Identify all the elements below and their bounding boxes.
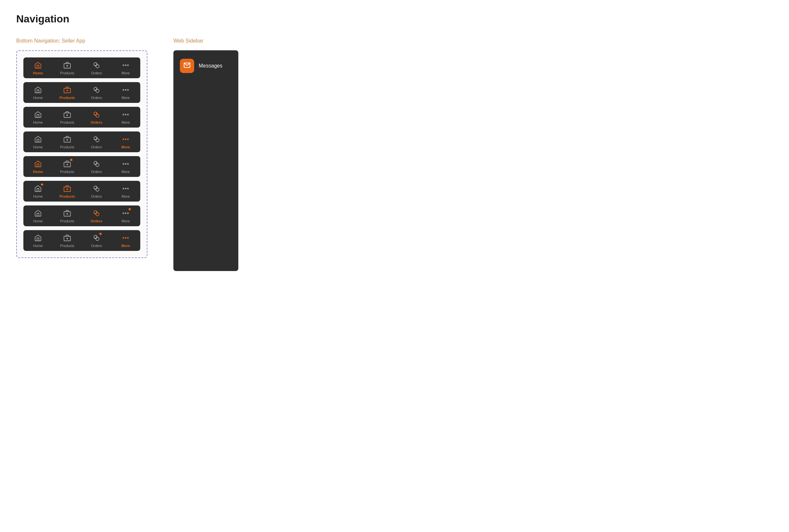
nav-item-home[interactable]: Home	[23, 61, 53, 75]
orders-label: Orders	[91, 244, 102, 248]
nav-item-more[interactable]: More	[111, 110, 140, 124]
nav-item-home[interactable]: Home	[23, 233, 53, 248]
svg-point-54	[125, 213, 126, 214]
nav-item-home[interactable]: Home	[23, 209, 53, 223]
products-label: Products	[60, 244, 74, 248]
nav-item-home[interactable]: Home	[23, 110, 53, 124]
nav-item-more[interactable]: More	[111, 86, 140, 100]
page-title: Navigation	[16, 13, 773, 25]
home-icon	[34, 86, 42, 94]
nav-item-products[interactable]: Products	[53, 184, 82, 198]
products-label: Products	[59, 194, 75, 198]
nav-bar-2: Home Products Orders More	[23, 82, 140, 103]
svg-point-38	[125, 164, 126, 165]
svg-point-22	[125, 114, 126, 115]
nav-item-products[interactable]: Products	[53, 209, 82, 223]
orders-icon	[92, 233, 101, 243]
nav-item-products[interactable]: Products	[53, 135, 82, 149]
nav-item-more[interactable]: More	[111, 159, 140, 174]
more-label: More	[121, 120, 130, 124]
products-label: Products	[60, 170, 74, 174]
orders-icon	[92, 209, 101, 218]
products-icon	[63, 159, 72, 169]
dashed-container: Home Products Orders More Home	[16, 50, 147, 258]
products-icon	[63, 61, 72, 70]
svg-point-61	[123, 238, 124, 239]
sidebar-panel: Messages	[173, 50, 238, 271]
orders-label: Orders	[91, 145, 102, 149]
more-icon	[121, 61, 130, 70]
products-badge	[70, 158, 73, 161]
nav-item-more[interactable]: More	[111, 135, 140, 149]
nav-item-products[interactable]: Products	[53, 86, 82, 100]
message-icon-box	[180, 59, 194, 73]
svg-point-46	[125, 188, 126, 189]
svg-point-55	[128, 213, 129, 214]
more-icon	[121, 233, 130, 243]
nav-item-more[interactable]: More	[111, 61, 140, 75]
svg-point-21	[123, 114, 124, 115]
nav-item-orders[interactable]: Orders	[82, 86, 111, 100]
svg-point-13	[123, 90, 124, 91]
nav-item-home[interactable]: Home	[23, 86, 53, 100]
more-icon	[121, 135, 130, 144]
nav-item-home[interactable]: Home	[23, 135, 53, 149]
home-icon	[34, 110, 42, 119]
web-sidebar-title: Web Sidebar	[173, 38, 238, 44]
nav-item-products[interactable]: Products	[53, 159, 82, 174]
home-icon	[34, 159, 42, 169]
more-label: More	[121, 71, 130, 75]
nav-item-home[interactable]: Home	[23, 159, 53, 174]
nav-bar-8: Home Products Orders More	[23, 230, 140, 251]
nav-item-orders[interactable]: Orders	[82, 209, 111, 223]
products-icon	[63, 233, 72, 243]
svg-point-37	[123, 164, 124, 165]
svg-point-6	[125, 65, 126, 66]
home-icon	[34, 61, 42, 70]
nav-item-products[interactable]: Products	[53, 110, 82, 124]
nav-item-orders[interactable]: Orders	[82, 110, 111, 124]
nav-item-products[interactable]: Products	[53, 61, 82, 75]
more-badge	[128, 208, 131, 211]
nav-item-more[interactable]: More	[111, 209, 140, 223]
home-label: Home	[33, 120, 42, 124]
more-label: More	[121, 194, 130, 198]
orders-icon	[92, 159, 101, 169]
nav-item-products[interactable]: Products	[53, 233, 82, 248]
nav-item-more[interactable]: More	[111, 184, 140, 198]
orders-label: Orders	[91, 71, 102, 75]
svg-point-45	[123, 188, 124, 189]
svg-point-15	[128, 90, 129, 91]
nav-item-orders[interactable]: Orders	[82, 159, 111, 174]
nav-item-orders[interactable]: Orders	[82, 135, 111, 149]
nav-item-orders[interactable]: Orders	[82, 184, 111, 198]
svg-point-7	[128, 65, 129, 66]
home-label: Home	[33, 219, 42, 223]
svg-point-29	[123, 139, 124, 140]
svg-point-23	[128, 114, 129, 115]
home-label: Home	[33, 244, 42, 248]
nav-item-more[interactable]: More	[111, 233, 140, 248]
more-icon	[121, 110, 130, 119]
nav-item-orders[interactable]: Orders	[82, 61, 111, 75]
orders-label: Orders	[91, 96, 102, 100]
sidebar-item-messages[interactable]: Messages	[179, 57, 233, 75]
home-label: Home	[33, 194, 42, 198]
nav-item-home[interactable]: Home	[23, 184, 53, 198]
more-label: More	[121, 145, 130, 149]
nav-bar-1: Home Products Orders More	[23, 57, 140, 78]
products-icon	[63, 86, 72, 94]
nav-item-orders[interactable]: Orders	[82, 233, 111, 248]
home-icon	[34, 209, 42, 218]
message-icon	[183, 62, 191, 70]
products-label: Products	[60, 145, 74, 149]
orders-badge	[99, 232, 102, 235]
products-icon	[63, 209, 72, 218]
home-label: Home	[33, 170, 43, 174]
more-icon	[121, 209, 130, 218]
products-icon	[63, 110, 72, 119]
home-badge	[41, 183, 43, 186]
bottom-nav-title: Bottom Navigation; Seller App	[16, 38, 147, 44]
orders-icon	[92, 135, 101, 144]
products-icon	[63, 135, 72, 144]
